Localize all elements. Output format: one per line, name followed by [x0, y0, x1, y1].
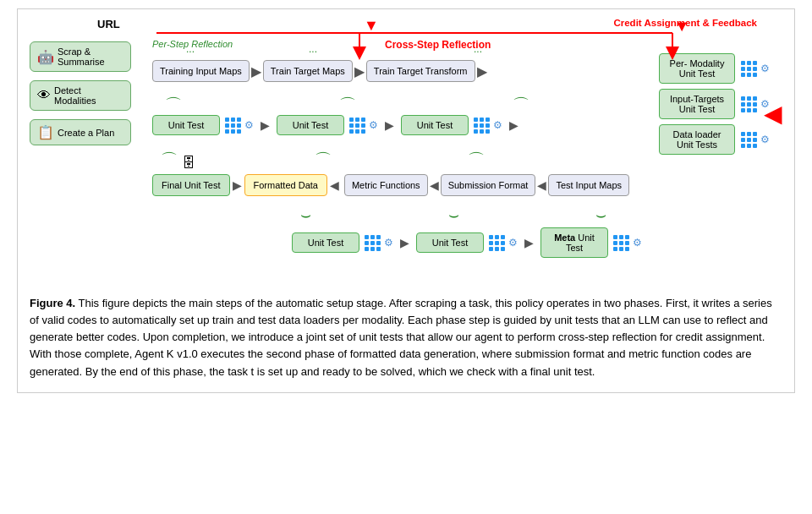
formatted-data-box: Formatted Data [244, 174, 327, 196]
sidebar-scrap-label: Scrap & Summarise [58, 46, 123, 67]
arrow-b2: ▶ [524, 236, 534, 249]
pipeline-row4: Unit Test ⚙ ▶ Unit Test [292, 227, 642, 258]
meta-unit-test-group: Meta UnitTest ⚙ [540, 227, 642, 258]
right-column: Per- Modality Unit Test ⚙ Input-Targets … [659, 53, 770, 155]
arrow-r3-2: ◀ [537, 178, 546, 192]
input-targets-box: Input-Targets Unit Test [659, 89, 735, 119]
per-modality-group: Per- Modality Unit Test ⚙ [659, 53, 770, 84]
train-target-maps-box: Train Target Maps [263, 60, 353, 82]
dots-gear-r3: ⚙ [741, 132, 770, 148]
unit-test-b2-group: Unit Test ⚙ [416, 232, 518, 253]
database-icon: 🗄 [182, 156, 195, 171]
arrow-2: ▶ [354, 63, 365, 79]
training-input-maps-box: Training Input Maps [152, 60, 250, 82]
sidebar-detect-label: Detect Modalities [54, 85, 123, 106]
unit-test-2-group: Unit Test ⚙ [277, 115, 378, 135]
test-input-maps-box: Test Input Maps [548, 174, 629, 196]
red-arrow-top-left: ▼ [364, 18, 379, 33]
caption-text: This figure depicts the main steps of th… [30, 297, 772, 378]
per-modality-box: Per- Modality Unit Test [659, 53, 735, 84]
ellipsis-2: ... [309, 43, 317, 55]
ellipsis-1: ... [186, 43, 195, 55]
pipeline-row3: 🗄 Final Unit Test ▶ Formatted Data ◀ Met… [152, 174, 629, 196]
metric-functions-box: Metric Functions [344, 174, 428, 196]
url-label: URL [97, 18, 120, 30]
unit-test-1: Unit Test [152, 115, 220, 135]
figure-caption: Figure 4. This figure depicts the main s… [30, 295, 782, 380]
arrow-ut-2: ▶ [385, 118, 394, 132]
arrow-ut-3: ▶ [509, 118, 518, 132]
arrow-3: ▶ [477, 63, 487, 79]
unit-test-3: Unit Test [401, 115, 469, 135]
figure-number: Figure 4. [30, 297, 75, 309]
dots-gear-b3: ⚙ [613, 235, 642, 251]
sidebar-item-scrap: 🤖 Scrap & Summarise [30, 41, 131, 72]
formatted-final-group: Final Unit Test ▶ Formatted Data ◀ [152, 174, 339, 196]
sidebar-item-plan: 📋 Create a Plan [30, 119, 131, 145]
final-unit-test-box: Final Unit Test [152, 174, 230, 196]
dots-gear-b1: ⚙ [365, 235, 393, 251]
arrow-1: ▶ [251, 63, 261, 79]
curved-arrows-row3: ⌣ ⌣ ⌣ [300, 205, 672, 225]
unit-test-b1: Unit Test [292, 232, 359, 253]
train-target-transform-box: Train Target Transform [366, 60, 475, 82]
meta-unit-test: Meta UnitTest [540, 227, 608, 258]
eye-icon: 👁 [37, 88, 51, 103]
arrow-fd: ◀ [330, 178, 339, 192]
input-targets-group: Input-Targets Unit Test ⚙ [659, 89, 770, 119]
dots-gear-r1: ⚙ [741, 61, 770, 77]
curved-arrows-row2: ⌒ ⌒ ⌒ [161, 149, 551, 172]
unit-test-3-group: Unit Test ⚙ [401, 115, 502, 135]
unit-test-b1-group: Unit Test ⚙ [292, 232, 393, 253]
arrow-final: ▶ [233, 178, 242, 192]
arrow-r3-1: ◀ [430, 178, 439, 192]
pipeline-row1: ... ... ... Training Input Maps ▶ Train … [152, 60, 487, 82]
data-loader-box: Data loader Unit Tests [659, 124, 735, 155]
curved-arrows-row1: ⌒ ⌒ ⌒ [165, 94, 606, 117]
unit-test-2: Unit Test [277, 115, 344, 135]
arrow-b1: ▶ [400, 236, 409, 249]
left-sidebar: 🤖 Scrap & Summarise 👁 Detect Modalities … [30, 41, 131, 145]
plan-icon: 📋 [37, 124, 54, 140]
dots-gear-b2: ⚙ [489, 235, 518, 251]
dots-gear-2: ⚙ [349, 118, 378, 134]
sidebar-item-detect: 👁 Detect Modalities [30, 80, 131, 111]
figure-container: URL ▼ Credit Assignment & Feedback ▼ ◀ 🤖… [17, 8, 795, 393]
dots-gear-1: ⚙ [225, 118, 254, 134]
dots-gear-r2: ⚙ [741, 96, 770, 112]
unit-test-1-group: Unit Test ⚙ [152, 115, 254, 135]
pipeline-row2: Unit Test ⚙ ▶ Unit Test [152, 115, 522, 135]
red-arrow-top-right: ▼ [674, 18, 689, 36]
sidebar-plan-label: Create a Plan [58, 128, 114, 138]
robot-icon: 🤖 [37, 49, 54, 65]
dots-gear-3: ⚙ [474, 118, 502, 134]
data-loader-group: Data loader Unit Tests ⚙ [659, 124, 770, 155]
submission-format-box: Submission Format [441, 174, 536, 196]
arrow-ut-1: ▶ [261, 118, 270, 132]
unit-test-b2: Unit Test [416, 232, 484, 253]
ellipsis-3: ... [474, 43, 482, 55]
